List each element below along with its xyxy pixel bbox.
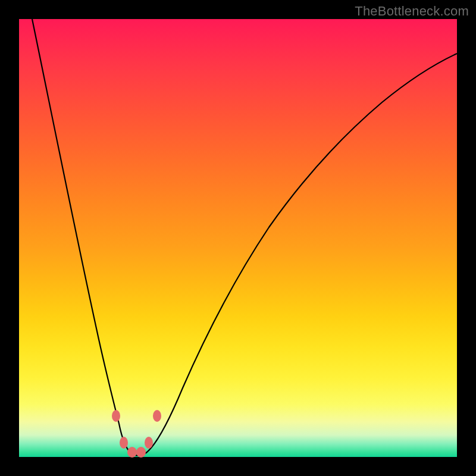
marker-point [112,410,120,422]
plot-area [19,19,457,457]
marker-point [145,437,153,449]
marker-point [153,410,161,422]
marker-point [136,447,146,458]
marker-point [127,447,137,458]
curve-path [32,19,457,456]
marker-point [120,437,128,449]
bottleneck-curve [19,19,457,457]
watermark-text: TheBottleneck.com [355,4,469,19]
chart-frame: TheBottleneck.com [0,0,476,476]
